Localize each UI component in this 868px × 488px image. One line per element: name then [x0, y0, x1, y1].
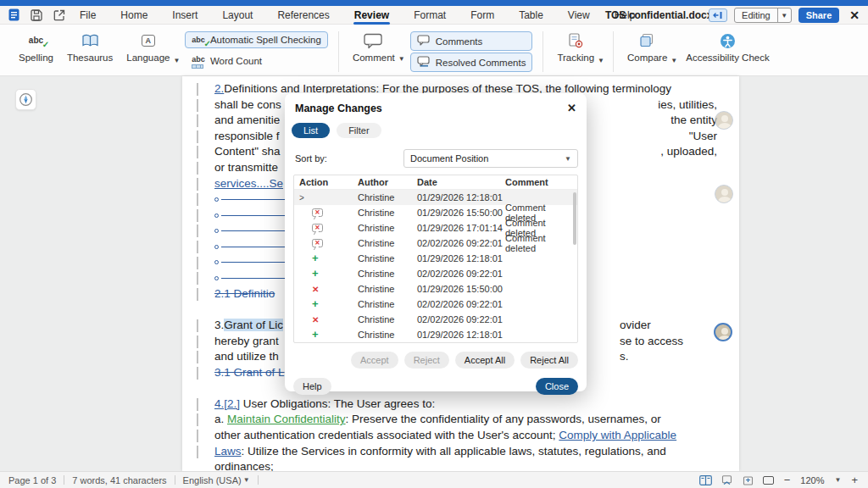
compare-button[interactable]: Compare [620, 30, 674, 64]
dialog-close-icon[interactable]: ✕ [567, 102, 576, 114]
reject-all-button[interactable]: Reject All [520, 352, 578, 369]
menu-view[interactable]: View [567, 8, 591, 23]
table-row[interactable]: Christine02/02/2026 09:22:01 [294, 312, 577, 327]
comments-toggle[interactable]: Comments [410, 31, 533, 51]
word-count-indicator[interactable]: 7 words, 41 characters [72, 475, 166, 485]
menu-home[interactable]: Home [120, 8, 148, 23]
doc-line: Laws: Utilize the Services in conformity… [214, 444, 717, 460]
close-window-icon[interactable]: ✕ [846, 8, 863, 22]
page-view-icon[interactable] [699, 475, 712, 485]
editing-mode-label: Editing [735, 8, 777, 22]
editing-mode-selector[interactable]: Editing ▼ [734, 8, 792, 23]
action-icon [312, 330, 319, 339]
close-button[interactable]: Close [536, 378, 578, 395]
tracking-button[interactable]: Tracking [550, 30, 601, 64]
language-button[interactable]: A Language [120, 30, 176, 64]
doc-line: ordinances; [214, 459, 717, 471]
thesaurus-button[interactable]: Thesaurus [60, 30, 120, 64]
language-selector[interactable]: English (USA) [183, 475, 242, 485]
compare-dropdown-icon[interactable]: ▼ [670, 57, 677, 64]
word-count-button[interactable]: abc Word Count [185, 50, 328, 72]
comment-dropdown-icon[interactable]: ▼ [398, 55, 405, 63]
fit-page-icon[interactable] [742, 475, 754, 485]
menu-form[interactable]: Form [470, 8, 495, 23]
table-row[interactable]: Christine02/02/2026 09:22:01 [294, 266, 577, 281]
action-icon [312, 239, 323, 247]
tab-filter[interactable]: Filter [337, 123, 381, 138]
tracking-dropdown-icon[interactable]: ▼ [598, 57, 604, 64]
fit-width-icon[interactable] [721, 475, 733, 485]
share-button[interactable]: Share [798, 8, 840, 23]
table-row[interactable]: Christine01/29/2026 12:18:01 [294, 327, 577, 342]
table-row[interactable]: Christine02/02/2026 09:22:01 [294, 297, 577, 312]
action-icon [312, 254, 319, 263]
action-icon [312, 224, 323, 232]
zoom-out-button[interactable]: − [782, 474, 793, 486]
chevron-down-icon[interactable]: ▼ [777, 8, 791, 22]
comment-avatar[interactable] [715, 111, 733, 130]
dialog-title: Manage Changes [295, 103, 382, 114]
doc-line: a. Maintain Confidentiality: Preserve th… [214, 412, 717, 428]
menu-table[interactable]: Table [518, 8, 544, 23]
action-icon [312, 315, 319, 324]
table-scrollbar[interactable] [573, 192, 576, 245]
spellcheck-icon: abc✓ [192, 36, 205, 44]
accept-all-button[interactable]: Accept All [455, 352, 515, 369]
export-icon[interactable] [53, 9, 65, 21]
zoom-in-button[interactable]: + [849, 474, 860, 486]
zoom-level[interactable]: 120% [800, 475, 824, 485]
panel-toggle-icon[interactable] [709, 8, 727, 22]
chevron-down-icon: ▼ [565, 155, 571, 163]
app-window: File Home Insert Layout References Revie… [0, 0, 868, 488]
fullscreen-icon[interactable] [763, 476, 774, 485]
compare-icon [639, 31, 656, 50]
navigation-compass-button[interactable] [15, 89, 36, 110]
help-button[interactable]: Help [293, 378, 331, 395]
document-workspace: 2.Definitions and Interpretations: For t… [0, 76, 868, 471]
auto-spell-check-toggle[interactable]: abc✓ Automatic Spell Checking [185, 31, 328, 48]
action-icon [312, 208, 323, 217]
reject-button[interactable]: Reject [404, 352, 449, 369]
menu-review[interactable]: Review [353, 8, 390, 23]
new-document-icon[interactable] [8, 8, 19, 21]
comment-avatar[interactable] [714, 323, 732, 341]
menu-file[interactable]: File [79, 8, 97, 23]
changes-table: Action Author Date Comment Christine01/2… [293, 175, 578, 343]
menu-layout[interactable]: Layout [221, 8, 253, 23]
doc-line: 4.[2.] User Obligations: The User agrees… [214, 396, 717, 413]
table-row[interactable]: Christine01/29/2026 15:50:00 [294, 281, 577, 297]
comment-button[interactable]: Comment [346, 30, 402, 64]
language-dropdown-icon[interactable]: ▼ [173, 57, 180, 64]
word-count-icon: abc [192, 53, 205, 69]
ribbon-separator [338, 31, 339, 72]
compass-icon [19, 93, 32, 106]
doc-line: other authentication credentials associa… [214, 428, 717, 444]
save-icon[interactable] [31, 9, 42, 21]
ribbon-separator [613, 31, 614, 72]
table-header: Action Author Date Comment [294, 175, 577, 190]
action-icon[interactable] [299, 193, 304, 202]
comment-avatar[interactable] [715, 185, 733, 203]
resolved-comments-toggle[interactable]: Resolved Comments [410, 53, 533, 72]
action-icon [312, 285, 319, 294]
sort-by-dropdown[interactable]: Document Position ▼ [403, 149, 578, 168]
chevron-down-icon: ▼ [243, 476, 250, 484]
tracking-icon [568, 31, 583, 50]
book-icon [81, 31, 99, 50]
main-menus: File Home Insert Layout References Revie… [79, 8, 636, 23]
action-icon [312, 269, 319, 278]
accessibility-check-button[interactable]: Accessibility Check [679, 30, 776, 64]
menu-format[interactable]: Format [413, 8, 447, 23]
comment-bubble-icon [364, 31, 383, 50]
spelling-button[interactable]: abc✓ Spelling [12, 30, 60, 64]
menu-insert[interactable]: Insert [171, 8, 198, 23]
accept-button[interactable]: Accept [351, 352, 398, 369]
ribbon: abc✓ Spelling Thesaurus A Language ▼ abc… [0, 25, 868, 76]
chevron-down-icon: ▼ [834, 476, 841, 484]
menu-references[interactable]: References [276, 8, 330, 23]
page-indicator[interactable]: Page 1 of 3 [8, 475, 56, 485]
language-icon: A [142, 31, 155, 50]
document-title: TOS confidential.docx [605, 6, 712, 25]
tab-list[interactable]: List [292, 123, 330, 138]
table-row[interactable]: Christine02/02/2026 09:22:01Comment dele… [294, 236, 577, 251]
